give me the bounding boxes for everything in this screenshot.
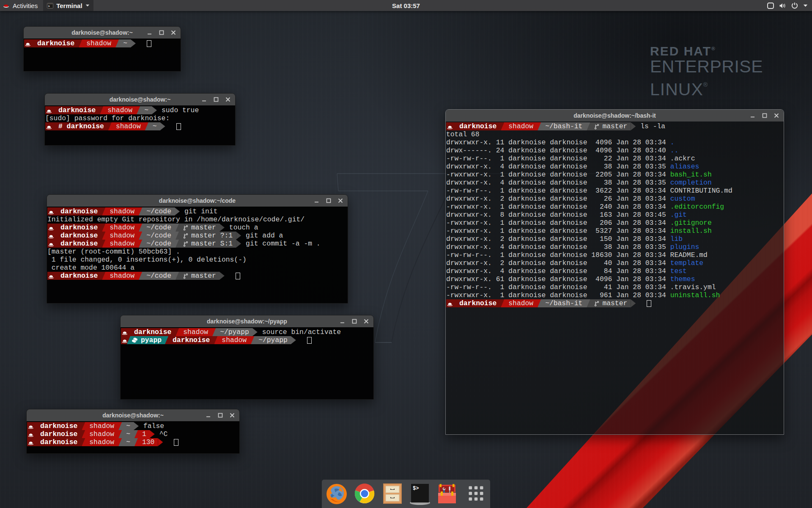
svg-text:$>: $> <box>413 486 419 491</box>
